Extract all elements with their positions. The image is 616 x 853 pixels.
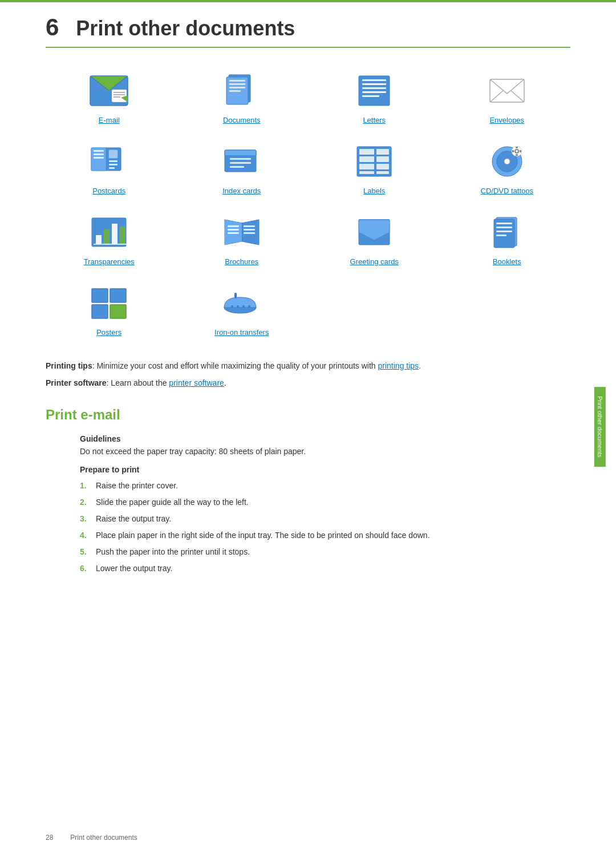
svg-rect-30 [109,150,117,158]
svg-rect-28 [94,153,104,155]
footer-text: Print other documents [70,834,137,842]
transparencies-icon [89,215,129,249]
postcards-icon-img [86,142,132,181]
postcards-link[interactable]: Postcards [92,187,125,195]
email-link[interactable]: E-mail [99,116,120,124]
envelopes-link[interactable]: Envelopes [489,116,524,124]
icon-cell-labels: Labels [311,136,438,201]
software-para: Printer software: Learn about the printe… [46,377,570,389]
letters-link[interactable]: Letters [363,116,386,124]
svg-rect-35 [225,150,256,156]
svg-rect-60 [104,229,110,244]
booklets-label[interactable]: Booklets [493,257,521,266]
svg-rect-69 [244,229,255,231]
printing-tips-text: : Minimize your cost and effort while ma… [92,361,378,370]
svg-rect-29 [94,157,104,159]
greeting-cards-link[interactable]: Greeting cards [350,257,399,266]
printing-tips-link[interactable]: printing tips [378,361,419,370]
chapter-header: 6 Print other documents [46,14,570,48]
icon-cell-envelopes: Envelopes [444,65,571,130]
svg-rect-66 [228,229,239,231]
step-num-3: 3. [80,513,91,525]
svg-rect-33 [109,167,115,169]
svg-rect-67 [228,232,239,234]
index-cards-label[interactable]: Index cards [222,186,261,195]
posters-icon-img [86,283,132,323]
svg-point-50 [504,159,510,164]
envelopes-icon [487,74,527,108]
letters-label[interactable]: Letters [363,115,386,124]
section-title: Print e-mail [46,407,570,423]
posters-label[interactable]: Posters [96,328,121,337]
svg-rect-14 [229,87,245,88]
svg-rect-45 [376,164,389,169]
booklets-link[interactable]: Booklets [493,257,521,266]
envelopes-icon-img [484,71,530,111]
index-cards-link[interactable]: Index cards [222,187,261,195]
guidelines-title: Guidelines [80,434,570,443]
posters-icon [89,286,129,320]
step-text-1: Raise the printer cover. [96,480,178,492]
empty-cell-1 [311,277,438,342]
posters-link[interactable]: Posters [96,328,121,337]
svg-rect-62 [120,227,125,244]
svg-rect-65 [228,225,239,227]
ironon-label[interactable]: Iron-on transfers [214,328,269,337]
icon-cell-letters: Letters [311,65,438,130]
step-5: 5. Push the paper into the printer until… [80,546,570,558]
svg-rect-18 [362,83,386,85]
postcards-label[interactable]: Postcards [92,186,125,195]
svg-rect-32 [109,164,117,165]
page-footer: 28 Print other documents [46,834,137,842]
brochures-icon [222,215,262,249]
email-icon [89,74,129,108]
labels-icon [354,144,394,179]
documents-icon [222,74,262,108]
icon-cell-posters: Posters [46,277,173,342]
documents-icon-img [219,71,265,111]
svg-rect-76 [496,223,512,224]
svg-rect-68 [244,225,255,227]
icon-grid: E-mail Documents [46,65,570,342]
documents-link[interactable]: Documents [223,116,261,124]
page-number: 28 [46,834,53,842]
svg-rect-22 [490,79,524,102]
svg-rect-37 [230,162,251,164]
labels-label[interactable]: Labels [363,186,385,195]
svg-rect-44 [359,164,374,169]
cddvd-icon [487,144,527,179]
svg-rect-36 [230,158,251,160]
step-4: 4. Place plain paper in the right side o… [80,529,570,541]
brochures-label[interactable]: Brochures [225,257,258,266]
icon-cell-transparencies: Transparencies [46,207,173,272]
svg-rect-47 [376,171,389,174]
greeting-cards-label[interactable]: Greeting cards [350,257,399,266]
icon-cell-documents: Documents [179,65,306,130]
icon-cell-greeting-cards: Greeting cards [311,207,438,272]
cddvd-label[interactable]: CD/DVD tattoos [481,186,533,195]
svg-rect-61 [112,224,117,244]
labels-link[interactable]: Labels [363,187,385,195]
email-label[interactable]: E-mail [99,115,120,124]
envelopes-label[interactable]: Envelopes [489,115,524,124]
step-num-4: 4. [80,529,91,541]
svg-rect-13 [229,83,245,85]
svg-rect-40 [359,149,374,155]
step-text-5: Push the paper into the printer until it… [96,546,250,558]
main-content: 6 Print other documents [0,2,616,602]
svg-point-87 [237,305,239,308]
svg-rect-56 [512,150,514,152]
cddvd-link[interactable]: CD/DVD tattoos [481,187,533,195]
svg-point-88 [242,305,245,308]
transparencies-link[interactable]: Transparencies [84,257,135,266]
documents-label[interactable]: Documents [223,115,261,124]
software-link[interactable]: printer software [169,378,224,387]
svg-rect-83 [110,305,126,318]
sidebar-label: Print other documents [594,387,606,467]
icon-cell-postcards: Postcards [46,136,173,201]
ironon-link[interactable]: Iron-on transfers [214,328,269,337]
icon-cell-email: E-mail [46,65,173,130]
brochures-link[interactable]: Brochures [225,257,258,266]
guidelines-text: Do not exceed the paper tray capacity: 8… [80,447,570,456]
transparencies-label[interactable]: Transparencies [84,257,135,266]
